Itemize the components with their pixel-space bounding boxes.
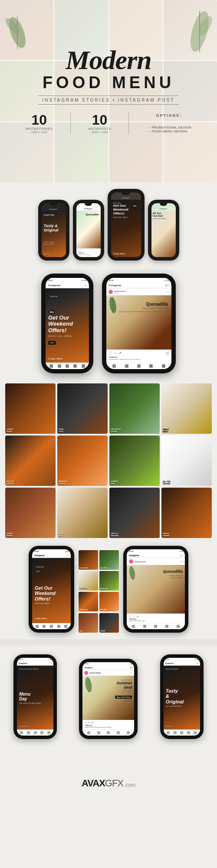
story-cta: 20%: [48, 341, 56, 345]
bottom-nav-profile-3[interactable]: [194, 731, 197, 734]
bottom-deal-cta: Buy 1 Get 1 Free: [115, 696, 132, 699]
trio-nav2-home[interactable]: [132, 625, 135, 628]
trio-ig-text-2: Instagram: [129, 554, 139, 557]
comment-icon[interactable]: ○: [114, 351, 116, 355]
bottom-deal-url: www.resto.com: [115, 700, 132, 702]
post-image: Quesadilla TOASTED CHEESE A plate of toa…: [106, 295, 171, 350]
trio-more[interactable]: ···: [180, 560, 183, 564]
nav-heart-icon[interactable]: ♥: [73, 364, 77, 368]
hero-stat-posts-size: 1080 x 1080: [88, 131, 112, 134]
bottom-icons-2: ▲ ■: [129, 663, 132, 665]
bottom-nav-home-2[interactable]: [87, 731, 90, 734]
bottom-ig-text-1: Instagram: [19, 662, 27, 664]
nav-bar-post: ⌂ ○ + ♥ ●: [106, 363, 171, 369]
trio-action-icons[interactable]: ♡ ○ ↗: [129, 615, 183, 618]
status-icons: ▲ ◻ ■: [81, 279, 86, 281]
bottom-nav-search-3[interactable]: [174, 731, 177, 734]
template-cheesy-bread: CHEESYBREAD: [5, 488, 56, 538]
phones-trio-section: 20:56 ▲ ■ Instagram ≡ Fried Tofu 20% Get…: [0, 541, 217, 637]
trio-nav-heart[interactable]: [57, 625, 60, 628]
trio-like-icon[interactable]: ♡: [129, 615, 131, 618]
bottom-nav-add-2[interactable]: [107, 731, 110, 734]
bottom-comment-2[interactable]: ○: [88, 721, 90, 724]
trio-avatar: [129, 559, 133, 564]
trio-nav2-search[interactable]: [143, 625, 146, 628]
bottom-story-top-1: Francesca Garlic Shrimp: [19, 668, 51, 670]
nav-home-icon[interactable]: ⌂: [49, 364, 53, 368]
post-leaf-left: [106, 295, 119, 315]
phone-notch-3: [122, 192, 131, 195]
avax-logo: AVAX: [82, 778, 105, 789]
nav-profile-icon-post[interactable]: ●: [162, 364, 165, 368]
nav-search-icon[interactable]: ○: [58, 364, 61, 368]
bookmark-icon[interactable]: ◻: [166, 351, 169, 355]
nav-home-icon-post[interactable]: ⌂: [112, 364, 116, 368]
trio-share-icon[interactable]: ↗: [136, 615, 138, 618]
ig-bar-story: Instagram ≡: [46, 283, 89, 288]
post-action-icons[interactable]: ♡ ○ ↗ ◻: [109, 351, 169, 355]
trio-nav-add[interactable]: [50, 625, 53, 628]
trio-nav-profile[interactable]: [64, 625, 67, 628]
trio-nav2-profile[interactable]: [177, 625, 180, 628]
template-grid-inner-1: CHEESYPASTA FRIEDTOFU PEPPERONICOVER FAM…: [5, 383, 212, 538]
nav-search-icon-post[interactable]: ○: [125, 364, 128, 368]
story-bottom-label: Crispy Menu: [48, 357, 86, 360]
nav-profile-icon[interactable]: ●: [82, 364, 85, 368]
bottom-nav-home-3[interactable]: [167, 731, 170, 734]
bottom-share-2[interactable]: ↗: [91, 721, 93, 724]
trio-comment-icon[interactable]: ○: [133, 615, 135, 618]
bottom-headline-1: MenuDay: [19, 692, 51, 701]
trio-tag-1: Fried Tofu: [35, 565, 45, 568]
post-actions-section: ♡ ○ ↗ ◻ 1,384 likes dessert.home: Cheesy…: [106, 350, 171, 363]
bottom-nav-profile-1[interactable]: [47, 731, 50, 734]
hero-subtitle: Instagram Stories • Instagram Post: [38, 96, 179, 105]
hero-stats-divider: [70, 112, 71, 134]
bottom-avatar-2: [84, 671, 88, 675]
bottom-nav-search-2[interactable]: [97, 731, 100, 734]
trio-post-screen-1: 20:56 ▲ ■ Instagram ▽ ≡ dessert.home ···…: [127, 549, 185, 629]
trio-nav2-add[interactable]: [154, 625, 157, 628]
trio-nav-search[interactable]: [43, 625, 46, 628]
post-more-icon[interactable]: ···: [166, 290, 169, 294]
template-mini-grid-2: Tasty Original: [79, 613, 119, 633]
nav-heart-icon-post[interactable]: ♥: [149, 364, 153, 368]
story-tag: Fried Tofu: [48, 291, 86, 299]
bottom-username-2: dessert.home: [89, 672, 101, 674]
template-fried-tofu: FRIEDTOFU: [57, 383, 108, 434]
trio-icons-1: ▲ ■: [66, 550, 69, 552]
story-content: Fried Tofu 20% Get OurWeekendOffers! ENJ…: [46, 288, 89, 363]
bottom-nav-add-1[interactable]: [34, 731, 37, 734]
nav-add-icon[interactable]: +: [66, 364, 69, 368]
like-icon[interactable]: ♡: [109, 351, 112, 355]
bottom-icons-3: ▲ ■: [195, 659, 198, 660]
phone-notch-2: [85, 203, 92, 206]
share-icon[interactable]: ↗: [118, 351, 122, 355]
bottom-ig-text-2: Instagram: [84, 667, 92, 669]
bottom-nav-home-1[interactable]: [20, 731, 23, 734]
bottom-nav-profile-2[interactable]: [127, 731, 130, 734]
avax-watermark: AVAX GFX .com: [82, 778, 135, 789]
bottom-deal-title: SummerDeal: [115, 681, 132, 690]
bottom-like-2[interactable]: ♡: [85, 721, 87, 724]
trio-nav2-heart[interactable]: [165, 625, 168, 628]
template-menu-day: MENUDAY: [57, 488, 108, 538]
bottom-more-2[interactable]: ···: [130, 671, 133, 674]
trio-post-time-1: 20:56: [129, 550, 133, 552]
bottom-nav-heart-3[interactable]: [187, 731, 190, 734]
phone-section-1: Instagram Fried Tofu Tasty &Original TRY…: [0, 182, 217, 267]
hero-options-list: PROMOTIONAL DESIGN FOOD MENU DESIGN: [146, 125, 191, 133]
bottom-status-2: 20:56 ▲ ■: [82, 662, 134, 666]
bottom-nav-heart-2[interactable]: [117, 731, 120, 734]
bottom-nav-heart-1[interactable]: [40, 731, 43, 734]
phone-screen-2: Instagram Quesadilla ♥ ♦ ↗ 1,384 likes d…: [76, 203, 101, 257]
bottom-deal-dates: 01 JUL - 31 AUG: [115, 690, 132, 692]
bottom-phone-1: 20:56 ▲ ■ Instagram ≡ Francesca Garlic S…: [13, 654, 57, 739]
bottom-nav-add-3[interactable]: [180, 731, 183, 734]
hero-option-1: PROMOTIONAL DESIGN: [146, 125, 191, 129]
nav-add-icon-post[interactable]: +: [137, 364, 141, 368]
bottom-nav-search-1[interactable]: [27, 731, 30, 734]
username: dessert.home: [114, 290, 125, 292]
phone-notch: [50, 203, 57, 206]
trio-nav-home[interactable]: [36, 625, 39, 628]
bottom-icons-actions-2[interactable]: ♡ ○ ↗: [85, 721, 132, 724]
